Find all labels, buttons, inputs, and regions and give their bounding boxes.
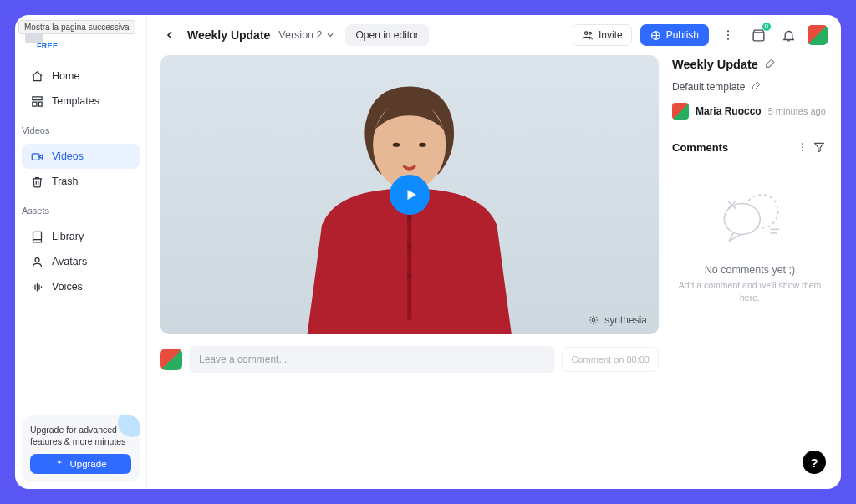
sidebar-heading-assets: Assets (15, 199, 146, 219)
svg-point-12 (588, 32, 591, 34)
svg-point-20 (419, 143, 426, 147)
dots-vertical-icon (797, 141, 808, 153)
author-name: Maria Ruocco (696, 105, 762, 117)
inbox-icon (752, 28, 766, 43)
comments-heading: Comments (672, 141, 728, 154)
svg-point-19 (393, 143, 400, 147)
svg-point-28 (802, 146, 803, 148)
sidebar-item-label: Trash (52, 176, 79, 187)
sidebar-item-label: Templates (52, 95, 99, 107)
sidebar-item-library[interactable]: Library (22, 224, 140, 249)
svg-rect-2 (38, 102, 42, 106)
sidebar-item-voices[interactable]: Voices (22, 274, 140, 299)
dots-vertical-icon (721, 28, 735, 42)
svg-point-11 (584, 32, 588, 35)
play-icon (404, 187, 419, 202)
back-button[interactable] (160, 26, 179, 44)
divider (672, 130, 828, 130)
sidebar-item-label: Avatars (52, 256, 87, 267)
empty-title: No comments yet ;) (672, 264, 828, 276)
svg-point-22 (407, 216, 411, 220)
svg-marker-30 (815, 143, 824, 152)
sidebar-item-label: Videos (52, 150, 84, 162)
invite-label: Invite (599, 29, 623, 41)
version-label: Version 2 (278, 29, 322, 41)
sidebar-item-label: Library (52, 231, 84, 242)
upgrade-card: Upgrade for advanced features & more min… (22, 415, 140, 482)
play-button[interactable] (390, 175, 430, 215)
comment-input[interactable] (189, 346, 555, 373)
svg-point-23 (407, 245, 411, 249)
details-title: Weekly Update (672, 58, 758, 71)
video-player[interactable]: synthesia (160, 55, 659, 334)
globe-icon (650, 30, 661, 41)
home-icon (30, 69, 43, 83)
comment-bar: Comment on 00:00 (160, 346, 659, 373)
publish-label: Publish (666, 29, 699, 41)
edit-title-button[interactable] (765, 57, 776, 72)
svg-point-15 (727, 34, 729, 36)
synthesia-logo-icon (588, 314, 599, 326)
avatar-icon (30, 255, 43, 268)
svg-point-24 (407, 274, 411, 278)
topbar: Weekly Update Version 2 Open in editor I… (147, 15, 841, 55)
sidebar-item-videos[interactable]: Videos (22, 144, 140, 169)
upgrade-text: Upgrade for advanced features & more min… (30, 424, 131, 447)
comments-empty-state: No comments yet ;) Add a comment and we'… (672, 186, 828, 303)
svg-rect-0 (32, 96, 41, 99)
svg-point-14 (727, 30, 729, 32)
comment-timestamp-button[interactable]: Comment on 00:00 (562, 347, 659, 372)
svg-marker-25 (407, 190, 416, 200)
voice-icon (30, 280, 43, 293)
plan-tag: FREE (37, 42, 146, 50)
sidebar-item-templates[interactable]: Templates (22, 89, 140, 114)
browser-tooltip: Mostra la pagina successiva (18, 20, 135, 34)
chevron-down-icon (325, 30, 335, 40)
updates-button[interactable]: 0 (747, 24, 769, 46)
sidebar-heading-videos: Videos (15, 119, 146, 139)
bell-icon (782, 28, 796, 43)
chat-bubbles-icon (711, 186, 788, 252)
video-icon (30, 150, 43, 163)
help-button[interactable]: ? (802, 451, 826, 474)
svg-rect-3 (32, 153, 39, 160)
comments-more-button[interactable] (794, 139, 811, 155)
filter-icon (813, 141, 825, 153)
upgrade-button[interactable]: Upgrade (30, 454, 131, 474)
svg-rect-17 (753, 32, 764, 40)
version-selector[interactable]: Version 2 (278, 29, 335, 41)
publish-button[interactable]: Publish (640, 24, 709, 46)
sidebar-item-trash[interactable]: Trash (22, 169, 140, 194)
sidebar-item-label: Voices (52, 281, 83, 293)
svg-point-26 (593, 318, 596, 322)
trash-icon (30, 175, 43, 188)
sidebar-item-home[interactable]: Home (22, 64, 140, 89)
svg-point-29 (802, 150, 803, 151)
sidebar-item-avatars[interactable]: Avatars (22, 249, 140, 274)
svg-point-5 (35, 257, 39, 262)
details-panel: Weekly Update Default template Maria Ruo… (672, 55, 828, 477)
edit-template-button[interactable] (752, 80, 762, 93)
notifications-button[interactable] (777, 24, 799, 46)
sidebar-item-label: Home (52, 70, 79, 82)
updates-badge: 0 (762, 23, 771, 31)
svg-point-27 (802, 143, 803, 145)
profile-avatar[interactable] (808, 25, 828, 45)
sidebar: Mostra la pagina successiva FREE Home Te… (15, 15, 147, 489)
pencil-icon (765, 58, 776, 69)
upgrade-button-label: Upgrade (69, 459, 106, 469)
open-in-editor-button[interactable]: Open in editor (345, 24, 428, 46)
current-user-avatar (160, 349, 182, 370)
templates-icon (30, 94, 43, 108)
time-ago: 5 minutes ago (768, 106, 826, 116)
video-column: synthesia Comment on 00:00 (160, 55, 659, 477)
chevron-left-icon (163, 28, 176, 42)
svg-rect-1 (32, 102, 36, 106)
invite-button[interactable]: Invite (573, 24, 632, 46)
comments-filter-button[interactable] (811, 139, 828, 155)
svg-point-16 (727, 38, 729, 40)
pencil-icon (752, 80, 762, 90)
more-menu-button[interactable] (717, 24, 739, 46)
author-avatar (672, 103, 689, 120)
users-icon (582, 29, 594, 41)
